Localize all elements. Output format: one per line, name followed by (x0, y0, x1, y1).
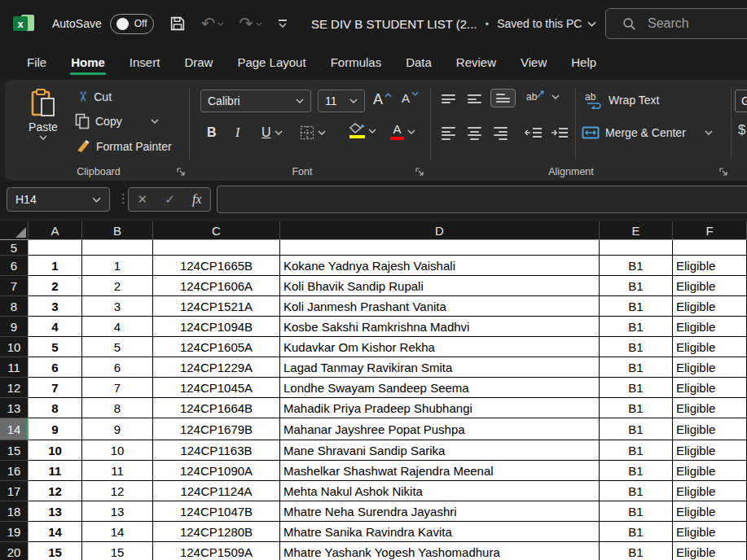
redo-button[interactable]: ↷ (239, 15, 262, 33)
cell-division[interactable]: B1 (600, 461, 673, 481)
cell-eligibility[interactable]: Eligible (673, 542, 747, 560)
cell-eligibility[interactable]: Eligible (673, 337, 747, 357)
cell[interactable] (600, 240, 673, 256)
cell-student-name[interactable]: Mashelkar Shashwat Rajendra Meenal (280, 461, 600, 481)
cell-roll-no[interactable]: 4 (82, 317, 153, 337)
cell-roll-no[interactable]: 12 (82, 481, 153, 501)
font-name-select[interactable]: Calibri (200, 90, 311, 112)
select-all-button[interactable] (0, 221, 29, 240)
align-left-button[interactable] (442, 127, 455, 140)
alignment-dialog-launcher[interactable] (718, 167, 728, 177)
align-bottom-button[interactable] (490, 89, 516, 107)
cell-student-name[interactable]: Koli Bhavik Sandip Rupali (280, 276, 600, 296)
cell-serial-no[interactable]: 7 (29, 378, 82, 398)
font-color-button[interactable]: A (390, 123, 415, 140)
cell-division[interactable]: B1 (600, 256, 673, 276)
cell-division[interactable]: B1 (600, 317, 673, 337)
cell-student-id[interactable]: 124CP1090A (153, 461, 280, 481)
cell-eligibility[interactable]: Eligible (673, 296, 747, 317)
cell-serial-no[interactable]: 10 (29, 440, 82, 461)
copy-button[interactable]: Copy (75, 113, 159, 129)
row-header[interactable]: 19 (0, 522, 29, 542)
cell-student-name[interactable]: Mehta Nakul Ashok Nikita (280, 481, 600, 501)
cell-roll-no[interactable]: 6 (82, 357, 153, 378)
cell-student-name[interactable]: Koli Janmesh Prashant Vanita (280, 296, 600, 317)
font-size-select[interactable]: 11 (318, 90, 365, 112)
cell-eligibility[interactable]: Eligible (673, 501, 747, 522)
excel-logo-icon[interactable]: x (13, 13, 34, 34)
column-header-F[interactable]: F (673, 221, 747, 240)
increase-font-size-button[interactable]: A (373, 91, 392, 108)
cell-student-name[interactable]: Londhe Swayam Sandeep Seema (280, 378, 600, 398)
cell-serial-no[interactable]: 5 (29, 337, 82, 357)
cell-serial-no[interactable]: 11 (29, 461, 82, 481)
name-box[interactable]: H14 (7, 187, 110, 212)
cell-serial-no[interactable]: 9 (29, 418, 82, 440)
cell-serial-no[interactable]: 15 (29, 542, 82, 560)
cell-student-id[interactable]: 124CP1094B (153, 317, 280, 337)
column-header-E[interactable]: E (600, 221, 673, 240)
bold-button[interactable]: B (207, 125, 217, 140)
cell-student-id[interactable]: 124CP1163B (153, 440, 280, 461)
cell-roll-no[interactable]: 3 (82, 296, 153, 317)
undo-button[interactable]: ↶ (201, 15, 225, 33)
cell-serial-no[interactable]: 8 (29, 398, 82, 418)
cell-roll-no[interactable]: 13 (82, 501, 153, 522)
cell-division[interactable]: B1 (600, 440, 673, 461)
font-dialog-launcher[interactable] (415, 167, 424, 177)
formula-input[interactable] (217, 186, 747, 213)
cell-student-name[interactable]: Kosbe Sakshi Ramkrishna Madhvi (280, 317, 600, 337)
document-title[interactable]: SE DIV B STUDENT LIST (2... (311, 17, 477, 31)
cell-division[interactable]: B1 (600, 522, 673, 542)
cell-division[interactable]: B1 (600, 481, 673, 501)
cell-division[interactable]: B1 (600, 418, 673, 440)
row-header[interactable]: 5 (0, 240, 29, 256)
cell-roll-no[interactable]: 14 (82, 522, 153, 542)
autosave-toggle[interactable]: Off (110, 14, 154, 34)
cell-division[interactable]: B1 (600, 276, 673, 296)
cancel-button[interactable]: ✕ (138, 192, 148, 207)
save-button[interactable] (169, 15, 187, 33)
cell-student-id[interactable]: 124CP1605A (153, 337, 280, 357)
cell-division[interactable]: B1 (600, 398, 673, 418)
cell-student-name[interactable]: Mahanar Jayshree Popat Pushpa (280, 418, 600, 440)
cell-eligibility[interactable]: Eligible (673, 461, 747, 481)
column-header-C[interactable]: C (153, 221, 280, 240)
cell[interactable] (82, 240, 153, 256)
ribbon-tab[interactable]: Draw (174, 50, 223, 77)
ribbon-tab[interactable]: Home (60, 50, 116, 77)
cell-student-id[interactable]: 124CP1045A (153, 378, 280, 398)
row-header[interactable]: 15 (0, 440, 29, 461)
ribbon-tab[interactable]: Review (446, 50, 507, 77)
cell-serial-no[interactable]: 14 (29, 522, 82, 542)
cell-student-id[interactable]: 124CP1664B (153, 398, 280, 418)
save-status-button[interactable]: Saved to this PC (497, 17, 596, 30)
row-header[interactable]: 12 (0, 378, 29, 398)
cell-serial-no[interactable]: 6 (29, 357, 82, 378)
cell-student-id[interactable]: 124CP1124A (153, 481, 280, 501)
cell-division[interactable]: B1 (600, 296, 673, 317)
cell-division[interactable]: B1 (600, 357, 673, 378)
cell-student-name[interactable]: Mhatre Yashank Yogesh Yashomadhura (280, 542, 600, 560)
cell-eligibility[interactable]: Eligible (673, 378, 747, 398)
cell[interactable] (29, 240, 82, 256)
cut-button[interactable]: ✂ Cut (77, 88, 112, 105)
ribbon-tab[interactable]: Data (395, 50, 442, 77)
cell-eligibility[interactable]: Eligible (673, 440, 747, 461)
cell-roll-no[interactable]: 1 (82, 256, 153, 276)
ribbon-tab[interactable]: View (510, 50, 557, 77)
cell-eligibility[interactable]: Eligible (673, 481, 747, 501)
column-header-D[interactable]: D (280, 221, 600, 240)
cell-student-id[interactable]: 124CP1679B (153, 418, 280, 440)
cell-student-id[interactable]: 124CP1280B (153, 522, 280, 542)
column-header-A[interactable]: A (29, 221, 82, 240)
cell-roll-no[interactable]: 5 (82, 337, 153, 357)
align-top-button[interactable] (442, 94, 455, 103)
cell-eligibility[interactable]: Eligible (673, 357, 747, 378)
row-header[interactable]: 17 (0, 481, 29, 501)
cell-serial-no[interactable]: 4 (29, 317, 82, 337)
cell-division[interactable]: B1 (600, 337, 673, 357)
currency-button[interactable]: $ (738, 122, 745, 138)
row-header[interactable]: 8 (0, 296, 29, 317)
cell-roll-no[interactable]: 9 (82, 418, 153, 440)
